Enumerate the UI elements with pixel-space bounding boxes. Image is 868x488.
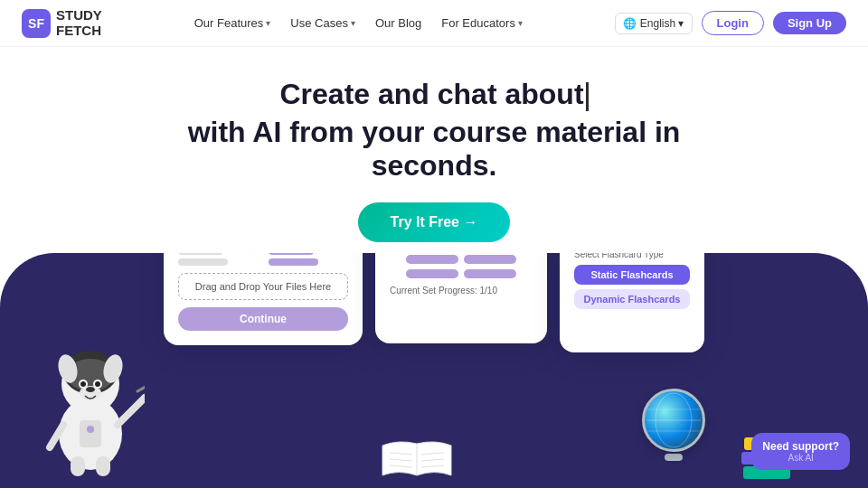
hero-title-line2: with AI from your course material in — [18, 116, 850, 149]
nav-right: 🌐 English ▾ Login Sign Up — [615, 11, 846, 35]
quiz-row-1 — [390, 255, 533, 264]
svg-rect-17 — [80, 420, 101, 447]
hero-title-line1: Create and chat about — [18, 76, 850, 114]
language-selector[interactable]: 🌐 English ▾ — [615, 13, 693, 34]
chevron-down-icon: ▾ — [351, 18, 355, 28]
card3-label: Select Flashcard Type — [574, 253, 690, 259]
progress-text: Current Set Progress: 1/10 — [390, 286, 533, 296]
quiz-row-2 — [390, 269, 533, 278]
output-bars — [269, 253, 323, 266]
signup-button[interactable]: Sign Up — [773, 12, 846, 34]
drop-zone[interactable]: Drag and Drop Your Files Here — [178, 273, 348, 300]
logo-text: STUDY FETCH — [56, 8, 102, 38]
globe-icon: 🌐 — [623, 17, 637, 30]
flashcard-type-card: Select Flashcard Type Static Flashcards … — [560, 253, 704, 352]
svg-rect-16 — [96, 456, 110, 476]
cards-row: Create a study set → — [164, 253, 704, 352]
logo-icon: SF — [22, 9, 51, 38]
svg-line-12 — [118, 398, 145, 425]
nav-features[interactable]: Our Features ▾ — [194, 16, 271, 30]
hero-section: Create and chat about with AI from your … — [0, 47, 868, 242]
create-study-set-card: Create a study set → — [164, 253, 363, 345]
svg-point-9 — [86, 387, 95, 392]
nav-usecases[interactable]: Use Cases ▾ — [290, 16, 355, 30]
support-bubble[interactable]: Need support? Ask AI — [751, 433, 850, 470]
logo[interactable]: SF STUDY FETCH — [22, 8, 102, 38]
continue-button[interactable]: Continue — [178, 307, 348, 331]
arrow-right-icon: → — [243, 253, 258, 259]
nav-links: Our Features ▾ Use Cases ▾ Our Blog For … — [194, 16, 523, 30]
open-book-decoration — [381, 435, 453, 483]
hero-title-line3: seconds. — [18, 149, 850, 183]
bottom-section: Create a study set → — [0, 253, 868, 488]
try-free-button[interactable]: Try It Free → — [358, 202, 511, 242]
globe-decoration — [642, 389, 705, 461]
svg-line-13 — [137, 380, 145, 391]
input-bars — [178, 253, 232, 266]
static-flashcards-button[interactable]: Static Flashcards — [574, 265, 690, 285]
support-title: Need support? — [762, 440, 839, 453]
dynamic-flashcards-button[interactable]: Dynamic Flashcards — [574, 289, 690, 309]
cursor-blink — [586, 82, 589, 111]
mascot-dog — [36, 307, 163, 488]
navbar: SF STUDY FETCH Our Features ▾ Use Cases … — [0, 0, 868, 47]
chevron-down-icon: ▾ — [266, 18, 270, 28]
svg-rect-15 — [71, 456, 85, 476]
svg-point-7 — [95, 381, 100, 387]
interactive-quizzes-card: Interactive Quizzes Current Set Progress… — [375, 253, 547, 343]
chevron-down-icon: ▾ — [518, 18, 523, 28]
nav-educators[interactable]: For Educators ▾ — [441, 16, 523, 30]
flow-row: → — [178, 253, 348, 266]
svg-point-18 — [87, 426, 94, 433]
login-button[interactable]: Login — [702, 11, 764, 35]
support-subtitle: Ask AI — [762, 453, 839, 463]
nav-blog[interactable]: Our Blog — [375, 16, 421, 30]
svg-point-6 — [80, 381, 86, 387]
